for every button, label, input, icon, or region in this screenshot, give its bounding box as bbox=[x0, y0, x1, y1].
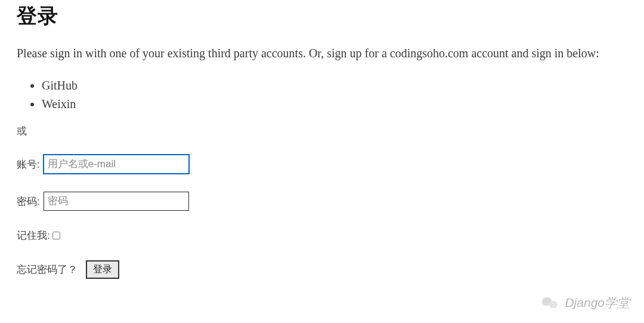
provider-list: GitHub Weixin bbox=[17, 76, 627, 113]
username-label: 账号: bbox=[17, 158, 40, 171]
or-separator: 或 bbox=[17, 124, 627, 138]
username-input[interactable] bbox=[44, 155, 189, 174]
login-page: 登录 Please sign in with one of your exist… bbox=[0, 2, 644, 279]
wechat-icon bbox=[542, 296, 560, 310]
password-row: 密码: bbox=[17, 192, 627, 211]
provider-item-github[interactable]: GitHub bbox=[42, 76, 627, 95]
page-title: 登录 bbox=[17, 2, 627, 30]
intro-text: Please sign in with one of your existing… bbox=[17, 44, 627, 62]
provider-item-weixin[interactable]: Weixin bbox=[42, 95, 627, 113]
watermark: Django学堂 bbox=[542, 294, 630, 311]
remember-row: 记住我: bbox=[17, 229, 627, 242]
remember-label: 记住我: bbox=[17, 229, 50, 242]
watermark-text: Django学堂 bbox=[565, 294, 630, 311]
submit-button[interactable]: 登录 bbox=[86, 260, 119, 279]
username-row: 账号: bbox=[17, 155, 627, 174]
password-label: 密码: bbox=[17, 195, 40, 208]
action-row: 忘记密码了？ 登录 bbox=[17, 260, 627, 279]
password-input[interactable] bbox=[44, 192, 189, 211]
remember-checkbox[interactable] bbox=[52, 232, 60, 239]
forgot-password-link[interactable]: 忘记密码了？ bbox=[17, 263, 78, 276]
